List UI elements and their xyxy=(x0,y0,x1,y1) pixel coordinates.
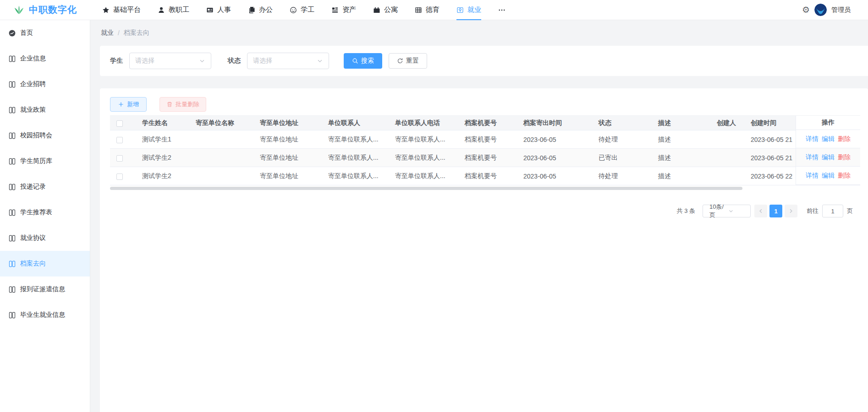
table-cell xyxy=(191,167,255,185)
breadcrumb-current: 档案去向 xyxy=(124,29,149,37)
column-header: 寄至单位地址 xyxy=(255,116,324,130)
goto-label: 前往 xyxy=(807,207,819,215)
column-header: 状态 xyxy=(594,116,654,130)
table-cell: 描述 xyxy=(654,149,712,167)
detail-link[interactable]: 详情 xyxy=(806,172,819,180)
search-icon xyxy=(352,58,358,64)
table-cell: 寄至单位地址 xyxy=(255,167,324,185)
nav-item-学工[interactable]: 学工 xyxy=(290,0,314,20)
operation-cell: 详情编辑删除 xyxy=(796,130,860,148)
top-header: 中职数字化 基础平台教职工人事办公学工资产公寓德育就业 ⚙ 管理员 xyxy=(0,0,868,20)
reset-button[interactable]: 重置 xyxy=(389,53,427,69)
row-checkbox[interactable] xyxy=(116,155,123,162)
horizontal-scrollbar-thumb[interactable] xyxy=(110,187,742,190)
plus-icon xyxy=(118,101,124,108)
sidebar-item-校园招聘会[interactable]: 校园招聘会 xyxy=(0,123,90,148)
table-row: 测试学生1寄至单位地址寄至单位联系人...寄至单位联系人...档案机要号2023… xyxy=(110,130,860,149)
status-select[interactable]: 请选择 xyxy=(247,53,329,69)
nav-item-办公[interactable]: 办公 xyxy=(248,0,273,20)
nav-item-教职工[interactable]: 教职工 xyxy=(158,0,189,20)
chevron-down-icon xyxy=(199,58,205,64)
delete-link[interactable]: 删除 xyxy=(838,135,851,143)
table-cell: 待处理 xyxy=(594,130,654,149)
sidebar-item-label: 企业信息 xyxy=(20,54,46,63)
operation-column-header: 操作 xyxy=(796,115,860,130)
delete-link[interactable]: 删除 xyxy=(838,172,851,180)
settings-gear-icon[interactable]: ⚙ xyxy=(802,5,810,14)
table-cell xyxy=(191,130,255,149)
sidebar-item-毕业生就业信息[interactable]: 毕业生就业信息 xyxy=(0,302,90,328)
nav-item-人事[interactable]: 人事 xyxy=(206,0,231,20)
sidebar-item-label: 学生简历库 xyxy=(20,157,52,165)
sidebar-item-label: 校园招聘会 xyxy=(20,131,52,140)
sidebar-item-档案去向[interactable]: 档案去向 xyxy=(0,251,90,276)
sidebar-item-就业协议[interactable]: 就业协议 xyxy=(0,225,90,251)
sidebar-item-就业政策[interactable]: 就业政策 xyxy=(0,97,90,123)
nav-item-基础平台[interactable]: 基础平台 xyxy=(102,0,141,20)
select-all-checkbox[interactable] xyxy=(116,120,123,127)
nav-item-label: 教职工 xyxy=(169,5,189,14)
table-cell: 测试学生2 xyxy=(137,167,191,185)
data-table: 学生姓名寄至单位名称寄至单位地址单位联系人单位联系人电话档案机要号档案寄出时间状… xyxy=(110,115,860,185)
nav-item-label: 德育 xyxy=(426,5,439,14)
page-size-select[interactable]: 10条/页 xyxy=(703,205,751,217)
sidebar-item-企业信息[interactable]: 企业信息 xyxy=(0,46,90,71)
goto-page-input[interactable] xyxy=(822,205,843,217)
table-cell xyxy=(712,130,746,149)
user-avatar[interactable] xyxy=(814,4,827,16)
grid-icon xyxy=(415,6,422,14)
logo-title: 中职数字化 xyxy=(29,4,77,16)
sidebar-item-投递记录[interactable]: 投递记录 xyxy=(0,174,90,200)
nav-item-德育[interactable]: 德育 xyxy=(415,0,439,20)
book-icon xyxy=(8,260,16,268)
plant-logo-icon xyxy=(13,4,25,16)
row-checkbox[interactable] xyxy=(116,137,123,143)
nav-item-公寓[interactable]: 公寓 xyxy=(373,0,398,20)
student-select[interactable]: 请选择 xyxy=(129,53,211,69)
table-cell: 寄至单位联系人... xyxy=(390,167,460,185)
sidebar-item-报到证派遣信息[interactable]: 报到证派遣信息 xyxy=(0,276,90,302)
row-checkbox[interactable] xyxy=(116,173,123,180)
copy-docs-icon xyxy=(248,6,255,14)
app: 中职数字化 基础平台教职工人事办公学工资产公寓德育就业 ⚙ 管理员 首页企业信息… xyxy=(0,0,868,412)
nav-item-资产[interactable]: 资产 xyxy=(331,0,356,20)
batch-delete-button[interactable]: 批量删除 xyxy=(159,97,206,112)
page-number-1[interactable]: 1 xyxy=(769,205,782,217)
edit-link[interactable]: 编辑 xyxy=(822,172,835,180)
sidebar-item-首页[interactable]: 首页 xyxy=(0,20,90,46)
search-button[interactable]: 搜索 xyxy=(344,53,382,69)
nav-item-more[interactable] xyxy=(498,0,505,20)
table-cell: 描述 xyxy=(654,130,712,149)
table-cell: 寄至单位联系人... xyxy=(324,149,390,167)
main-layout: 首页企业信息企业招聘就业政策校园招聘会学生简历库投递记录学生推荐表就业协议档案去… xyxy=(0,20,868,412)
add-button[interactable]: 新增 xyxy=(110,97,147,112)
operation-cell: 详情编辑删除 xyxy=(796,167,860,185)
users-icon xyxy=(158,6,165,14)
delete-link[interactable]: 删除 xyxy=(838,153,851,162)
nav-item-就业[interactable]: 就业 xyxy=(456,0,481,20)
breadcrumb-section[interactable]: 就业 xyxy=(101,29,114,37)
table-card: 新增 批量删除 学生姓名寄至单位名称寄至单位地址单位联系人单位联系人电话档案机要… xyxy=(100,88,868,412)
table-cell: 描述 xyxy=(654,167,712,185)
next-page-button[interactable] xyxy=(785,205,797,217)
book-icon xyxy=(8,311,16,319)
edit-link[interactable]: 编辑 xyxy=(822,153,835,162)
column-header: 描述 xyxy=(654,116,712,130)
sidebar-item-学生简历库[interactable]: 学生简历库 xyxy=(0,148,90,174)
edit-link[interactable]: 编辑 xyxy=(822,135,835,143)
detail-link[interactable]: 详情 xyxy=(806,153,819,162)
sidebar-item-企业招聘[interactable]: 企业招聘 xyxy=(0,71,90,97)
book-icon xyxy=(8,132,16,140)
username-label[interactable]: 管理员 xyxy=(831,6,851,14)
nav-item-label: 就业 xyxy=(467,5,481,14)
detail-link[interactable]: 详情 xyxy=(806,135,819,143)
nav-item-label: 学工 xyxy=(301,5,314,14)
table-header-row: 学生姓名寄至单位名称寄至单位地址单位联系人单位联系人电话档案机要号档案寄出时间状… xyxy=(110,116,860,130)
table-toolbar: 新增 批量删除 xyxy=(110,97,860,112)
table-cell xyxy=(191,149,255,167)
prev-page-button[interactable] xyxy=(754,205,767,217)
table-row: 测试学生2寄至单位地址寄至单位联系人...寄至单位联系人...档案机要号2023… xyxy=(110,149,860,167)
filter-card: 学生 请选择 状态 请选择 搜索 重置 xyxy=(100,46,868,76)
sidebar-item-学生推荐表[interactable]: 学生推荐表 xyxy=(0,200,90,225)
nav-item-label: 资产 xyxy=(342,5,356,14)
